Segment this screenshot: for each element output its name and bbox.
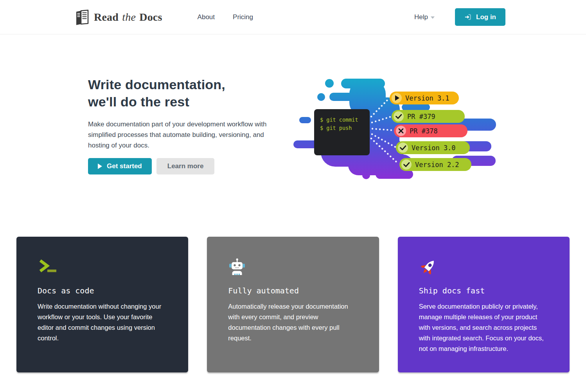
learn-more-button[interactable]: Learn more bbox=[156, 158, 215, 174]
svg-text:Version 3.1: Version 3.1 bbox=[405, 94, 449, 102]
nav-about[interactable]: About bbox=[198, 13, 215, 21]
feature-title: Ship docs fast bbox=[419, 286, 548, 295]
feature-description: Automatically release your documentation… bbox=[228, 301, 358, 343]
header: Read the Docs About Pricing Help Log in bbox=[0, 0, 586, 34]
feature-description: Write documentation without changing you… bbox=[38, 301, 167, 343]
svg-text:Version 3.0: Version 3.0 bbox=[412, 144, 456, 152]
help-menu[interactable]: Help bbox=[414, 13, 435, 21]
get-started-label: Get started bbox=[107, 162, 142, 170]
git-terminal: $ git commit $ git push bbox=[314, 109, 370, 155]
logo-text: Read the Docs bbox=[94, 11, 162, 23]
book-icon bbox=[74, 9, 90, 26]
badge-pr-378: PR #378 bbox=[394, 124, 467, 137]
get-started-button[interactable]: Get started bbox=[88, 158, 152, 174]
svg-text:PR #378: PR #378 bbox=[410, 127, 438, 135]
help-label: Help bbox=[414, 13, 428, 21]
nav-pricing[interactable]: Pricing bbox=[233, 13, 253, 21]
rocket-icon bbox=[419, 258, 438, 276]
hero-illustration: $ git commit $ git push Version 3.1 PR #… bbox=[293, 75, 497, 181]
hero-section: Write documentation, we'll do the rest M… bbox=[0, 34, 586, 237]
hero-description: Make documentation part of your developm… bbox=[88, 119, 272, 151]
robot-icon bbox=[228, 258, 246, 276]
chevron-down-icon bbox=[431, 16, 435, 19]
svg-text:PR #379: PR #379 bbox=[407, 113, 435, 120]
play-icon bbox=[98, 164, 102, 169]
login-label: Log in bbox=[476, 13, 496, 21]
main-nav: About Pricing bbox=[198, 13, 253, 21]
feature-card-fully-automated: Fully automated Automatically release yo… bbox=[207, 237, 379, 372]
badge-pr-379: PR #379 bbox=[392, 110, 465, 123]
login-button[interactable]: Log in bbox=[455, 8, 505, 26]
badge-version-3-0: Version 3.0 bbox=[396, 141, 470, 154]
feature-card-ship-docs-fast: Ship docs fast Serve documentation publi… bbox=[398, 237, 570, 372]
sign-in-icon bbox=[464, 13, 472, 21]
feature-title: Fully automated bbox=[228, 286, 358, 295]
terminal-line-2: $ git push bbox=[320, 125, 352, 131]
feature-card-docs-as-code: Docs as code Write documentation without… bbox=[16, 237, 188, 372]
readthedocs-logo[interactable]: Read the Docs bbox=[74, 9, 162, 26]
feature-title: Docs as code bbox=[38, 286, 167, 295]
badge-version-3-1: Version 3.1 bbox=[390, 92, 459, 104]
terminal-line-1: $ git commit bbox=[320, 117, 358, 123]
features-section: Docs as code Write documentation without… bbox=[0, 237, 586, 372]
terminal-prompt-icon bbox=[38, 258, 57, 274]
feature-description: Serve documentation publicly or privatel… bbox=[419, 301, 548, 354]
page-title: Write documentation, we'll do the rest bbox=[88, 76, 280, 110]
learn-more-label: Learn more bbox=[167, 162, 204, 170]
svg-text:Version 2.2: Version 2.2 bbox=[415, 161, 459, 169]
badge-version-2-2: Version 2.2 bbox=[399, 158, 471, 171]
